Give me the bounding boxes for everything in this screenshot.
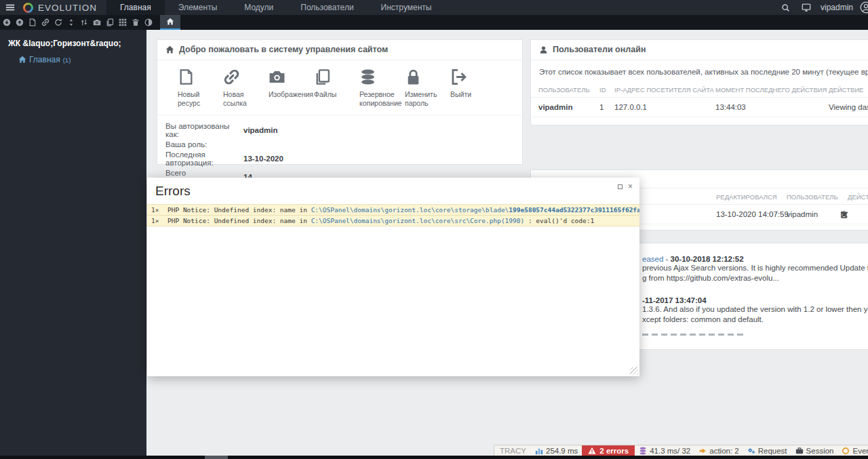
col-moment: МОМЕНТ ПОСЛЕДНЕГО ДЕЙСТВИЯ [715, 85, 827, 93]
news-item: -11-2017 13:47:04 1.3.6. And also if you… [642, 296, 868, 324]
trash-icon[interactable] [840, 210, 848, 219]
search-icon[interactable] [776, 0, 796, 15]
online-users-description: Этот список показывает всех пользователе… [531, 60, 868, 81]
cell-action: Viewing dashbo [829, 103, 868, 111]
lock-icon [405, 68, 450, 85]
auth-info-row: Последняя авторизация: 13-10-2020 [165, 151, 514, 167]
tracy-session[interactable]: Session [791, 445, 838, 456]
news-body-line: g from https://github.com/extras-evolu..… [642, 274, 868, 283]
quick-action-label: Файлы [314, 90, 359, 99]
briefcase-icon [795, 447, 804, 455]
quick-action-change-password[interactable]: Изменить пароль [405, 68, 450, 108]
online-users-header: Пользователи онлайн [531, 40, 868, 60]
tracy-action-value: action: 2 [709, 447, 738, 455]
tracy-db-value: 41.3 ms/ 32 [650, 447, 690, 455]
camera-icon [269, 68, 314, 85]
tracy-database[interactable]: 41.3 ms/ 32 [635, 445, 694, 456]
detach-window-icon[interactable] [618, 184, 623, 189]
info-label: Ваша роль: [165, 140, 235, 148]
welcome-panel: Добро пожаловать в систему управления са… [157, 39, 523, 165]
tab-home[interactable] [160, 15, 180, 30]
resize-handle[interactable] [630, 367, 638, 375]
preview-site-icon[interactable] [796, 0, 816, 15]
close-icon[interactable]: × [628, 182, 633, 191]
sort-icon[interactable] [77, 15, 90, 30]
new-link-icon[interactable] [39, 15, 52, 30]
quick-action-new-resource[interactable]: Новый ресурс [178, 68, 223, 108]
new-document-icon[interactable] [26, 15, 39, 30]
images-icon[interactable] [90, 15, 103, 30]
warning-icon [588, 447, 596, 455]
quick-action-new-link[interactable]: Новая ссылка [223, 68, 269, 108]
quick-action-label: Новый ресурс [178, 90, 223, 108]
link-icon [223, 68, 269, 85]
avatar[interactable] [860, 1, 868, 14]
col-action: ДЕЙСТВИЕ [829, 85, 863, 93]
horizontal-scrollbar[interactable] [0, 456, 868, 459]
database-icon [359, 68, 405, 85]
online-table-header: ПОЛЬЗОВАТЕЛЬ ID IP-АДРЕС ПОСЕТИТЕЛЯ САЙТ… [531, 81, 868, 98]
gears-icon [747, 447, 755, 455]
col-action: ДЕЙСТВИЕ [848, 193, 868, 200]
menu-item-modules[interactable]: Модули [231, 0, 287, 15]
tracy-request-label: Request [758, 447, 787, 455]
quick-action-backup[interactable]: Резервное копирование [359, 68, 405, 108]
circle-arrow-up-icon[interactable] [13, 15, 26, 30]
quick-action-images[interactable]: Изображения [269, 68, 314, 108]
grid-icon[interactable] [116, 15, 129, 30]
circle-arrow-down-icon[interactable] [0, 15, 13, 30]
menu-item-users[interactable]: Пользователи [287, 0, 367, 15]
cell-id: 1 [599, 103, 604, 111]
news-body-line: xcept folders: common and default. [642, 315, 868, 325]
tracy-request[interactable]: Request [743, 445, 791, 456]
news-body-line: 1.3.6. And also if you updated the versi… [642, 305, 868, 315]
news-date: -11-2017 13:47:04 [642, 296, 868, 304]
auth-info: Вы авторизованы как: vipadmin Ваша роль:… [157, 115, 522, 185]
error-path[interactable]: C:\OSPanel\domains\gorizont.loc\core\sto… [311, 206, 509, 214]
main-menu: Главная Элементы Модули Пользователи Инс… [106, 0, 445, 15]
menu-item-tools[interactable]: Инструменты [368, 0, 446, 15]
refresh-icon[interactable] [52, 15, 64, 30]
sidebar-item-home[interactable]: Главная (1) [18, 55, 146, 64]
info-value: 13-10-2020 [243, 155, 283, 163]
home-icon [18, 56, 26, 64]
hamburger-menu-icon[interactable] [0, 0, 20, 15]
error-path[interactable]: C:\OSPanel\domains\gorizont.loc\core\src… [311, 217, 525, 224]
contrast-icon[interactable] [142, 15, 155, 30]
menu-item-main[interactable]: Главная [106, 0, 165, 15]
news-link[interactable]: eased [642, 255, 663, 263]
errors-popup: Errors × 1× PHP Notice: Undefined index:… [147, 178, 639, 376]
scrollbar-thumb[interactable] [205, 456, 228, 459]
current-username[interactable]: vipadmin [821, 3, 853, 12]
menu-item-elements[interactable]: Элементы [165, 0, 231, 15]
copy-icon [314, 68, 359, 85]
tracy-label[interactable]: TRACY [494, 447, 531, 455]
error-file-link[interactable]: 199e58057c44ad5322377c3911165f62fae6f73e… [509, 206, 639, 214]
tracy-event-label: Event [852, 447, 868, 455]
tracy-errors-badge[interactable]: 2 errors [582, 445, 635, 456]
info-label: Вы авторизованы как: [165, 122, 235, 138]
expand-collapse-icon[interactable] [64, 15, 77, 30]
quick-action-label: Изображения [269, 90, 314, 99]
error-list: 1× PHP Notice: Undefined index: name in … [147, 204, 639, 226]
cell-user: vipadmin [787, 210, 818, 218]
separator: - [663, 255, 670, 263]
quick-action-label: Резервное копирование [359, 90, 405, 108]
quick-action-files[interactable]: Файлы [314, 68, 359, 108]
tracy-time[interactable]: 254.9 ms [531, 445, 582, 456]
divider [642, 283, 868, 296]
site-title: ЖК &laquo;Горизонт&raquo; [0, 30, 146, 48]
duplicate-icon[interactable] [103, 15, 116, 30]
sign-out-icon [450, 68, 496, 85]
tracy-event[interactable]: Event [837, 445, 868, 456]
trash-icon[interactable] [129, 15, 142, 30]
welcome-title: Добро пожаловать в систему управления са… [179, 40, 388, 60]
auth-info-row: Ваша роль: [165, 140, 514, 148]
arrow-right-icon [698, 447, 707, 455]
evolution-logo[interactable]: EVOLUTION [23, 3, 97, 13]
quick-action-logout[interactable]: Выйти [450, 68, 496, 108]
tracy-action[interactable]: action: 2 [694, 445, 743, 456]
tracy-session-label: Session [806, 447, 834, 455]
resource-tree-sidebar: ЖК &laquo;Горизонт&raquo; Главная (1) [0, 30, 146, 456]
error-row: 1× PHP Notice: Undefined index: name in … [147, 205, 639, 216]
